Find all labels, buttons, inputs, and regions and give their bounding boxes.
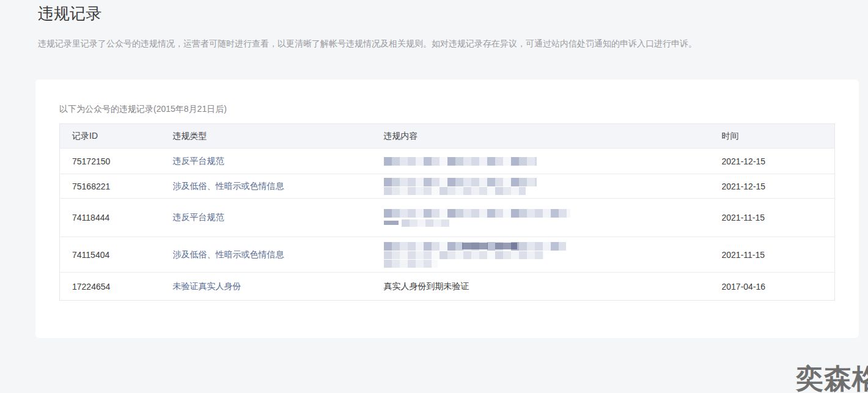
violation-records-table: 记录ID 违规类型 违规内容 时间 75172150 违反平台规范 2021-1… <box>59 123 835 301</box>
column-header-violation-type: 违规类型 <box>166 124 377 149</box>
table-row: 74118444 违反平台规范 2021-11-15 <box>60 199 835 237</box>
violation-content-redacted <box>377 149 711 174</box>
violation-type-link[interactable]: 违反平台规范 <box>173 156 224 166</box>
table-row: 17224654 未验证真实人身份 真实人身份到期未验证 2017-04-16 <box>60 273 835 301</box>
violation-content-redacted <box>377 199 711 237</box>
violation-date: 2021-12-15 <box>711 174 835 199</box>
redacted-content-bar <box>384 187 526 195</box>
violation-date: 2017-04-16 <box>711 273 835 301</box>
redacted-content-bar <box>402 219 449 227</box>
record-id: 75168221 <box>60 174 166 199</box>
record-id: 17224654 <box>60 273 166 301</box>
violation-date: 2021-11-15 <box>711 199 835 237</box>
violation-content-redacted <box>377 237 711 273</box>
redacted-content-bar <box>384 260 438 268</box>
redacted-text-fragment <box>384 221 399 225</box>
violation-type-link[interactable]: 涉及低俗、性暗示或色情信息 <box>173 249 284 259</box>
redacted-content-bar <box>384 242 566 251</box>
violation-content: 真实人身份到期未验证 <box>377 273 711 301</box>
table-header-row: 记录ID 违规类型 违规内容 时间 <box>60 124 835 149</box>
redacted-content-bar <box>384 251 544 259</box>
card-heading: 以下为公众号的违规记录(2015年8月21日后) <box>59 103 834 115</box>
record-id: 74118444 <box>60 199 166 237</box>
column-header-record-id: 记录ID <box>60 124 166 149</box>
record-id: 74115404 <box>60 237 166 273</box>
violation-type-link[interactable]: 涉及低俗、性暗示或色情信息 <box>173 181 284 191</box>
redacted-text-fragment <box>495 243 517 249</box>
column-header-time: 时间 <box>711 124 835 149</box>
violation-type-link[interactable]: 未验证真实人身份 <box>173 281 241 291</box>
violation-date: 2021-12-15 <box>711 149 835 174</box>
violation-content-redacted <box>377 174 711 199</box>
table-row: 74115404 涉及低俗、性暗示或色情信息 2021-11-15 <box>60 237 835 273</box>
table-row: 75168221 涉及低俗、性暗示或色情信息 2021-12-15 <box>60 174 835 199</box>
record-id: 75172150 <box>60 149 166 174</box>
column-header-violation-content: 违规内容 <box>377 124 711 149</box>
watermark-logo: 奕森格 <box>796 364 868 393</box>
violation-date: 2021-11-15 <box>711 237 835 273</box>
violation-records-card: 以下为公众号的违规记录(2015年8月21日后) 记录ID 违规类型 违规内容 … <box>35 79 859 338</box>
page-title: 违规记录 <box>38 4 101 23</box>
redacted-content-bar <box>384 178 537 186</box>
table-row: 75172150 违反平台规范 2021-12-15 <box>60 149 835 174</box>
page-description: 违规记录里记录了公众号的违规情况，运营者可随时进行查看，以更清晰了解帐号违规情况… <box>38 37 833 50</box>
redacted-content-bar <box>384 209 570 218</box>
redacted-text-fragment <box>462 243 488 249</box>
redacted-content-bar <box>384 157 537 166</box>
violation-type-link[interactable]: 违反平台规范 <box>173 212 224 222</box>
